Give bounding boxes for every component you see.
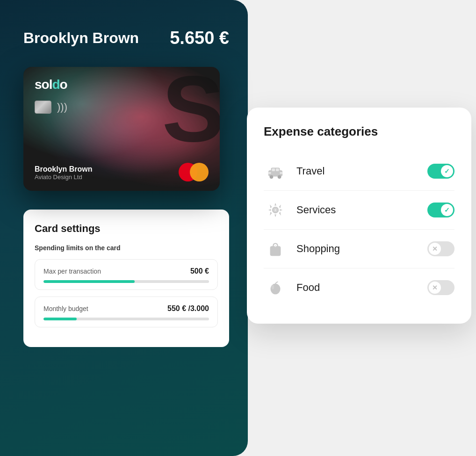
toggle-thumb-food: ✕ bbox=[429, 282, 441, 294]
limit-card-transaction: Max per transaction 500 € bbox=[35, 259, 218, 290]
card-logo: soldo bbox=[35, 77, 209, 92]
svg-point-14 bbox=[271, 285, 274, 290]
mc-orange-circle bbox=[190, 163, 209, 181]
toggle-x-shopping: ✕ bbox=[432, 245, 438, 253]
card-content: soldo ))) Brooklyn Brown Aviato Design L… bbox=[23, 67, 220, 191]
progress-bg-transaction bbox=[43, 280, 209, 283]
limit-card-monthly: Monthly budget 550 € /3.000 bbox=[35, 297, 218, 327]
toggle-track-travel: ✓ bbox=[427, 164, 454, 179]
limit-value-monthly: 550 € /3.000 bbox=[167, 304, 209, 313]
category-row-services: Services ✓ bbox=[264, 191, 454, 230]
toggle-check-services: ✓ bbox=[444, 206, 450, 214]
contactless-icon: ))) bbox=[57, 101, 67, 113]
category-name-food: Food bbox=[296, 282, 427, 294]
services-icon bbox=[264, 198, 287, 222]
category-name-services: Services bbox=[296, 204, 427, 216]
category-name-shopping: Shopping bbox=[296, 243, 427, 255]
svg-point-10 bbox=[274, 209, 277, 211]
svg-rect-7 bbox=[280, 172, 283, 174]
category-row-travel: Travel ✓ bbox=[264, 152, 454, 191]
toggle-shopping[interactable]: ✕ bbox=[427, 241, 454, 256]
svg-point-2 bbox=[270, 175, 274, 179]
mastercard-logo bbox=[179, 163, 209, 181]
toggle-track-services: ✓ bbox=[427, 203, 454, 217]
limit-label-monthly: Monthly budget bbox=[43, 305, 88, 312]
card-chip-area: ))) bbox=[35, 101, 209, 114]
expense-panel: Expense categories Travel bbox=[247, 108, 471, 324]
limit-value-transaction: 500 € bbox=[190, 267, 209, 275]
category-row-shopping: Shopping ✕ bbox=[264, 230, 454, 268]
card-header: Brooklyn Brown 5.650 € bbox=[23, 28, 229, 48]
credit-card: S soldo ))) Brooklyn Brown Aviato Design… bbox=[23, 67, 220, 191]
svg-rect-4 bbox=[272, 168, 275, 171]
toggle-thumb-travel: ✓ bbox=[441, 165, 453, 177]
category-name-travel: Travel bbox=[296, 165, 427, 177]
svg-rect-11 bbox=[270, 246, 281, 256]
card-company: Aviato Design Ltd bbox=[35, 174, 93, 181]
toggle-thumb-shopping: ✕ bbox=[429, 243, 441, 255]
balance: 5.650 € bbox=[170, 28, 229, 48]
shopping-icon bbox=[264, 237, 287, 261]
card-name-company: Brooklyn Brown Aviato Design Ltd bbox=[35, 165, 93, 181]
spending-limits-label: Spending limits on the card bbox=[35, 244, 218, 252]
svg-rect-6 bbox=[268, 172, 271, 174]
scene: Brooklyn Brown 5.650 € S soldo ))) Brook… bbox=[0, 0, 476, 456]
food-icon bbox=[264, 276, 287, 299]
cardholder-name: Brooklyn Brown bbox=[23, 29, 139, 47]
card-name: Brooklyn Brown bbox=[35, 165, 93, 174]
limit-header-monthly: Monthly budget 550 € /3.000 bbox=[43, 304, 209, 313]
category-row-food: Food ✕ bbox=[264, 268, 454, 307]
toggle-track-food: ✕ bbox=[427, 280, 454, 295]
card-settings-section: Card settings Spending limits on the car… bbox=[23, 210, 229, 347]
toggle-travel[interactable]: ✓ bbox=[427, 164, 454, 179]
card-panel: Brooklyn Brown 5.650 € S soldo ))) Brook… bbox=[0, 0, 248, 456]
svg-point-3 bbox=[278, 175, 281, 179]
svg-rect-5 bbox=[276, 168, 279, 171]
limit-header-transaction: Max per transaction 500 € bbox=[43, 267, 209, 275]
travel-icon bbox=[264, 159, 287, 183]
limit-label-transaction: Max per transaction bbox=[43, 268, 101, 275]
toggle-services[interactable]: ✓ bbox=[427, 203, 454, 217]
toggle-track-shopping: ✕ bbox=[427, 241, 454, 256]
toggle-check-travel: ✓ bbox=[444, 167, 450, 175]
toggle-x-food: ✕ bbox=[432, 284, 438, 291]
svg-point-12 bbox=[274, 245, 276, 247]
progress-fill-monthly bbox=[43, 318, 77, 320]
expense-title: Expense categories bbox=[264, 124, 454, 139]
toggle-food[interactable]: ✕ bbox=[427, 280, 454, 295]
toggle-thumb-services: ✓ bbox=[441, 204, 453, 216]
chip-icon bbox=[35, 101, 51, 114]
progress-bg-monthly bbox=[43, 318, 209, 320]
progress-fill-transaction bbox=[43, 280, 135, 283]
card-settings-title: Card settings bbox=[35, 223, 218, 235]
